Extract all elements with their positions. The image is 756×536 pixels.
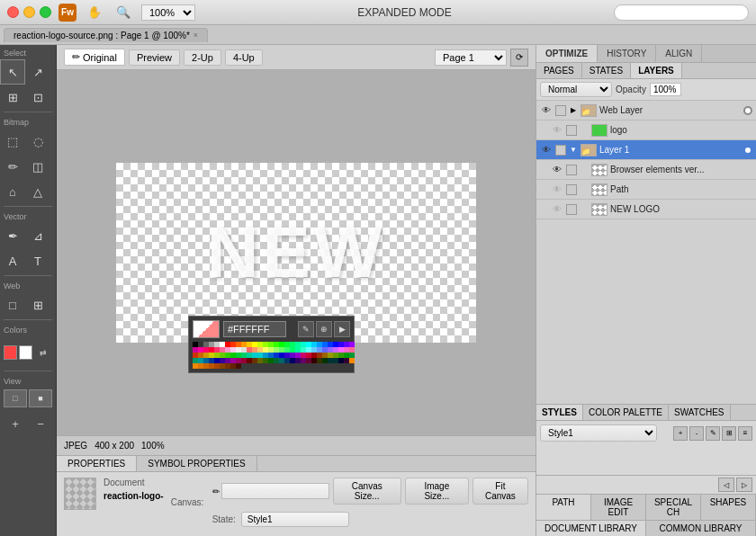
- page-select[interactable]: Page 1: [435, 49, 507, 66]
- style-btn-4[interactable]: ⊞: [722, 426, 736, 441]
- shape-tool[interactable]: T: [25, 248, 50, 273]
- visibility-icon[interactable]: 👁: [540, 144, 553, 156]
- opacity-input[interactable]: [650, 83, 681, 96]
- 2up-tab[interactable]: 2-Up: [184, 49, 221, 66]
- style-btn-3[interactable]: ✎: [706, 426, 720, 441]
- zoom-select[interactable]: 100%: [141, 4, 195, 21]
- color-grid[interactable]: [193, 342, 352, 369]
- layer-item[interactable]: 👁NEW LOGO: [536, 200, 756, 219]
- crop-tool[interactable]: ⊡: [25, 85, 50, 110]
- minimize-button[interactable]: [23, 6, 35, 18]
- document-tab[interactable]: reaction-logo-source.png : Page 1 @ 100%…: [4, 28, 208, 42]
- expand-icon[interactable]: [580, 164, 589, 176]
- blur-tool[interactable]: △: [25, 179, 50, 204]
- search-input[interactable]: [614, 4, 749, 21]
- swap-colors-btn[interactable]: ⇄: [34, 340, 52, 365]
- zoom-in-btn[interactable]: +: [4, 411, 27, 436]
- footer-btn-2[interactable]: ▷: [736, 478, 752, 492]
- color-cell[interactable]: [349, 358, 355, 363]
- properties-tab[interactable]: PROPERTIES: [57, 456, 137, 471]
- slice-tool[interactable]: ⊞: [25, 292, 50, 317]
- background-color[interactable]: [19, 345, 32, 360]
- expand-icon[interactable]: [580, 203, 589, 216]
- align-tab[interactable]: ALIGN: [656, 45, 702, 62]
- color-swatch[interactable]: [193, 320, 220, 338]
- canvas-url-input[interactable]: [221, 483, 329, 499]
- optimize-tab[interactable]: OPTIMIZE: [536, 45, 598, 62]
- color-cell[interactable]: [236, 363, 241, 369]
- edit-icon[interactable]: ✎: [298, 321, 314, 337]
- zoom-row: + −: [0, 409, 56, 438]
- sync-btn[interactable]: ⟳: [510, 49, 528, 67]
- image-size-btn[interactable]: Image Size...: [405, 478, 469, 505]
- symbol-properties-tab[interactable]: SYMBOL PROPERTIES: [137, 456, 256, 471]
- layer-item[interactable]: 👁logo: [536, 121, 756, 140]
- text-tool[interactable]: A: [0, 248, 25, 273]
- shapes-tab[interactable]: SHAPES: [701, 495, 756, 520]
- visibility-icon[interactable]: 👁: [551, 124, 563, 137]
- marquee-tool[interactable]: ⬚: [0, 129, 25, 154]
- maximize-button[interactable]: [40, 6, 51, 18]
- footer-btn-1[interactable]: ◁: [718, 478, 734, 492]
- foreground-color[interactable]: [4, 345, 17, 360]
- fit-canvas-btn[interactable]: Fit Canvas: [472, 478, 528, 505]
- layer-item[interactable]: 👁Browser elements ver...: [536, 160, 756, 180]
- full-view-btn[interactable]: ■: [29, 389, 52, 407]
- expand-icon[interactable]: [580, 124, 589, 137]
- canvas-scroll[interactable]: NEW ✎ ⊕ ▶: [57, 70, 536, 435]
- color-palette-tab[interactable]: COLOR PALETTE: [583, 405, 669, 420]
- layer-item[interactable]: 👁▶📁Web Layer: [536, 101, 756, 121]
- style-btn-5[interactable]: ≡: [738, 426, 752, 441]
- state-select[interactable]: Style1: [241, 512, 349, 527]
- pen-tool[interactable]: ✒: [0, 223, 25, 248]
- toolbar-divider-3: [4, 275, 52, 276]
- pages-mini-tab[interactable]: PAGES: [536, 63, 582, 78]
- erase-tool[interactable]: ◫: [25, 154, 50, 179]
- hand-tool-icon[interactable]: ✋: [84, 4, 105, 21]
- style-btn-2[interactable]: -: [689, 426, 704, 441]
- preview-tab[interactable]: Preview: [129, 49, 180, 66]
- layer-item[interactable]: 👁Path: [536, 180, 756, 200]
- expand-icon[interactable]: ▶: [569, 104, 578, 117]
- paint-tool[interactable]: ✏: [0, 154, 25, 179]
- clone-tool[interactable]: ⌂: [0, 179, 25, 204]
- opacity-label: Opacity: [616, 85, 646, 94]
- blend-mode-select[interactable]: Normal: [540, 82, 612, 97]
- color-hex-input[interactable]: [223, 321, 286, 337]
- visibility-icon[interactable]: 👁: [540, 104, 553, 117]
- eyedropper-icon[interactable]: ⊕: [316, 321, 332, 337]
- expand-icon[interactable]: ▼: [569, 144, 578, 156]
- path-tab[interactable]: PATH: [536, 495, 591, 520]
- expand-icon[interactable]: ▶: [334, 321, 350, 337]
- standard-view-btn[interactable]: □: [4, 389, 27, 407]
- canvas-size-btn[interactable]: Canvas Size...: [333, 478, 401, 505]
- zoom-tool-icon[interactable]: 🔍: [112, 4, 134, 21]
- zoom-out-btn[interactable]: −: [29, 411, 52, 436]
- visibility-icon[interactable]: 👁: [551, 203, 563, 216]
- style-select[interactable]: Style1: [540, 424, 657, 442]
- image-edit-tab[interactable]: IMAGE EDIT: [591, 495, 646, 520]
- hotspot-tool[interactable]: □: [0, 292, 25, 317]
- style-btn-1[interactable]: +: [673, 426, 688, 441]
- original-tab[interactable]: ✏ Original: [64, 49, 125, 66]
- history-tab[interactable]: HISTORY: [598, 45, 656, 62]
- states-mini-tab[interactable]: STATES: [582, 63, 631, 78]
- 4up-tab[interactable]: 4-Up: [225, 49, 263, 66]
- close-button[interactable]: [7, 6, 19, 18]
- scale-tool[interactable]: ⊞: [0, 85, 25, 110]
- visibility-icon[interactable]: 👁: [551, 164, 563, 176]
- visibility-icon[interactable]: 👁: [551, 183, 563, 196]
- pointer-tool[interactable]: ↖: [0, 59, 25, 85]
- expand-icon[interactable]: [580, 183, 589, 196]
- subselect-tool[interactable]: ↗: [25, 59, 50, 85]
- styles-tab[interactable]: STYLES: [536, 405, 583, 420]
- bezier-tool[interactable]: ⊿: [25, 223, 50, 248]
- common-library-tab[interactable]: COMMON LIBRARY: [646, 521, 756, 536]
- special-ch-tab[interactable]: SPECIAL CH: [646, 495, 701, 520]
- layer-item[interactable]: 👁▼📁Layer 1: [536, 140, 756, 160]
- swatches-tab[interactable]: SWATCHES: [669, 405, 731, 420]
- doc-library-tab[interactable]: DOCUMENT LIBRARY: [536, 521, 646, 536]
- layers-mini-tab[interactable]: LAYERS: [631, 63, 682, 78]
- lasso-tool[interactable]: ◌: [25, 129, 50, 154]
- tab-close-icon[interactable]: ×: [194, 31, 198, 40]
